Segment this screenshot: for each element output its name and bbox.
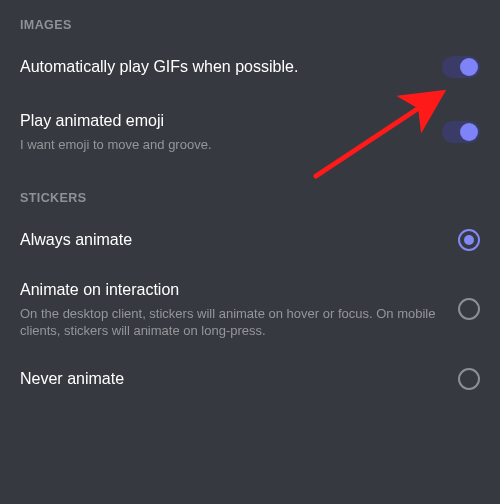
radio-row-never-animate[interactable]: Never animate bbox=[0, 354, 500, 404]
row-text: Always animate bbox=[20, 229, 442, 251]
radio-animate-on-interaction[interactable] bbox=[458, 298, 480, 320]
radio-row-animate-on-interaction[interactable]: Animate on interaction On the desktop cl… bbox=[0, 265, 500, 354]
setting-row-autoplay-gifs[interactable]: Automatically play GIFs when possible. bbox=[0, 42, 500, 92]
toggle-autoplay-gifs[interactable] bbox=[442, 56, 480, 78]
row-text: Play animated emoji I want emoji to move… bbox=[20, 110, 426, 153]
toggle-knob bbox=[460, 123, 478, 141]
settings-panel: IMAGES Automatically play GIFs when poss… bbox=[0, 0, 500, 404]
toggle-animated-emoji[interactable] bbox=[442, 121, 480, 143]
setting-subtitle: I want emoji to move and groove. bbox=[20, 136, 426, 154]
radio-subtitle: On the desktop client, stickers will ani… bbox=[20, 305, 442, 340]
row-text: Never animate bbox=[20, 368, 442, 390]
row-text: Animate on interaction On the desktop cl… bbox=[20, 279, 442, 340]
radio-title: Never animate bbox=[20, 368, 442, 390]
section-header-images: IMAGES bbox=[0, 0, 500, 42]
radio-title: Animate on interaction bbox=[20, 279, 442, 301]
radio-always-animate[interactable] bbox=[458, 229, 480, 251]
setting-title: Play animated emoji bbox=[20, 110, 426, 132]
radio-row-always-animate[interactable]: Always animate bbox=[0, 215, 500, 265]
section-header-stickers: STICKERS bbox=[0, 167, 500, 215]
radio-never-animate[interactable] bbox=[458, 368, 480, 390]
toggle-knob bbox=[460, 58, 478, 76]
setting-title: Automatically play GIFs when possible. bbox=[20, 56, 426, 78]
row-text: Automatically play GIFs when possible. bbox=[20, 56, 426, 78]
radio-title: Always animate bbox=[20, 229, 442, 251]
setting-row-animated-emoji[interactable]: Play animated emoji I want emoji to move… bbox=[0, 92, 500, 167]
